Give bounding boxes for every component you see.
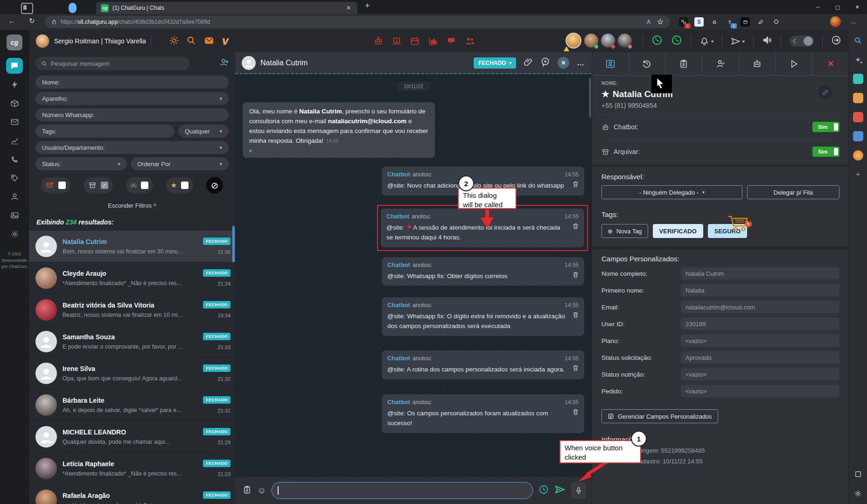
- extension-window-icon[interactable]: [741, 17, 750, 27]
- close-button[interactable]: ✕: [847, 0, 867, 14]
- broadcast-filter-toggle[interactable]: (A): [126, 177, 153, 193]
- campo-input[interactable]: <vazio>: [681, 368, 839, 380]
- unread-filter-toggle[interactable]: [41, 177, 70, 193]
- tab-assign[interactable]: [702, 52, 739, 75]
- rail-tags-icon[interactable]: [6, 170, 23, 186]
- tab-run-flow[interactable]: [776, 52, 813, 75]
- message-menu-caret[interactable]: ▾: [249, 147, 428, 155]
- v-logo[interactable]: V: [222, 36, 228, 47]
- dark-mode-toggle[interactable]: ☾: [790, 35, 814, 47]
- checkbox[interactable]: [58, 182, 66, 189]
- read-aloud-icon[interactable]: A: [647, 19, 650, 25]
- filter-usuario-departamento[interactable]: Usuário/Departamento:▾: [35, 141, 229, 154]
- contact-avatar[interactable]: [242, 56, 256, 70]
- browser-menu-icon[interactable]: …: [850, 17, 857, 25]
- add-contact-icon[interactable]: [219, 57, 230, 70]
- voice-mic-icon[interactable]: [571, 482, 586, 499]
- archived-filter-toggle[interactable]: ✓: [84, 177, 113, 193]
- filter-status[interactable]: Status:▾: [35, 157, 127, 170]
- minimize-button[interactable]: ─: [808, 0, 828, 14]
- rail-chats-icon[interactable]: [6, 58, 23, 74]
- automation-gear-icon[interactable]: [169, 35, 179, 48]
- delegado-dropdown[interactable]: - Ninguém Delegado -▾: [601, 185, 742, 199]
- tab-history[interactable]: [629, 52, 666, 75]
- agent-avatar[interactable]: [601, 34, 615, 48]
- calendar-icon[interactable]: [410, 36, 420, 48]
- campo-input[interactable]: nataliacutrim@icloud.com: [681, 301, 839, 313]
- whatsapp-icon[interactable]: [651, 35, 663, 48]
- edge-app-icon[interactable]: [853, 150, 863, 161]
- chat-scrollbar[interactable]: [589, 78, 591, 118]
- campo-input[interactable]: Natalia: [681, 284, 839, 296]
- broadcast-send-icon[interactable]: ▾: [731, 36, 745, 46]
- filter-nome[interactable]: Nome:: [35, 76, 229, 89]
- quick-replies-icon[interactable]: [243, 485, 252, 496]
- checkbox[interactable]: [141, 182, 148, 189]
- browser-tab[interactable]: cg (1) ChatGuru | Chats ✕: [96, 2, 357, 14]
- search-input[interactable]: Pesquisar mensagem: [35, 57, 189, 70]
- extension-s-icon[interactable]: S: [694, 17, 704, 27]
- message-input[interactable]: [272, 482, 533, 499]
- blocked-filter-button[interactable]: ⊘: [206, 177, 223, 194]
- list-item[interactable]: Bárbara LeiteAh, e depois de salvar, dig…: [29, 389, 235, 421]
- campo-input[interactable]: Natalia Cutrim: [681, 267, 839, 280]
- attach-paperclip-icon[interactable]: [524, 57, 533, 69]
- edge-app-icon[interactable]: [853, 131, 863, 141]
- tab-close[interactable]: ✕: [812, 52, 849, 75]
- tab-chatbot[interactable]: [739, 52, 776, 75]
- extension-fi-icon[interactable]: fi1: [725, 17, 734, 27]
- reports-chart-icon[interactable]: [428, 36, 438, 48]
- delete-note-icon[interactable]: [572, 223, 579, 231]
- whatsapp-icon-2[interactable]: [671, 35, 682, 48]
- rail-settings-icon[interactable]: [6, 226, 23, 242]
- gerenciar-campos-button[interactable]: Gerenciar Campos Personalizados: [601, 409, 718, 423]
- tab-notes[interactable]: [665, 52, 702, 75]
- rail-flows-icon[interactable]: [6, 77, 23, 92]
- edge-app-icon[interactable]: [853, 93, 863, 103]
- pinned-tab-indicator[interactable]: [69, 3, 77, 13]
- send-icon[interactable]: [554, 484, 566, 497]
- extension-qr-icon[interactable]: 2: [679, 17, 688, 27]
- copilot-icon[interactable]: ✦✦: [853, 55, 863, 65]
- list-item[interactable]: Natalia CutrimBom, nosso sistema vai fin…: [29, 231, 235, 262]
- filter-tags-mode[interactable]: Qualquer▾: [178, 125, 229, 138]
- sidebar-scrollbar[interactable]: [232, 226, 235, 262]
- notifications-bell-icon[interactable]: ▾: [699, 36, 713, 46]
- extensions-puzzle-icon[interactable]: [771, 17, 781, 27]
- sound-speaker-icon[interactable]: [762, 35, 772, 47]
- tab-contact-card[interactable]: [592, 52, 629, 75]
- chat-status-button[interactable]: FECHADO▾: [474, 57, 516, 69]
- screenshot-tool-icon[interactable]: [853, 469, 863, 479]
- chat-more-icon[interactable]: …: [577, 59, 585, 67]
- robot-icon[interactable]: [373, 36, 384, 48]
- search-chats-icon[interactable]: [186, 35, 196, 48]
- users-icon[interactable]: [464, 35, 475, 49]
- laptop-plus-icon[interactable]: [392, 36, 402, 48]
- address-bar[interactable]: https://s8.chatguru.app/chats#636d3b1dc0…: [45, 16, 670, 28]
- maximize-button[interactable]: ▢: [828, 0, 847, 14]
- list-item[interactable]: Irene SilvaOpa, que bom que conseguiu! A…: [29, 357, 235, 389]
- campo-input[interactable]: <vazio>: [681, 385, 839, 397]
- back-button[interactable]: ←: [8, 17, 15, 25]
- logout-icon[interactable]: [831, 35, 841, 47]
- rail-mail-icon[interactable]: [6, 114, 23, 130]
- filter-numero-whatsapp[interactable]: Número Whatsapp:: [35, 108, 229, 121]
- filter-tags[interactable]: Tags:: [35, 125, 175, 138]
- list-item[interactable]: Letícia Raphaele*Atendimento finalizado*…: [29, 453, 235, 484]
- agent-avatar[interactable]: [584, 34, 598, 48]
- tag-chip[interactable]: VERIFICADO: [653, 224, 703, 238]
- favorite-star[interactable]: ★: [601, 89, 609, 99]
- new-note-icon[interactable]: [540, 57, 550, 69]
- list-item[interactable]: Beatriz vitória da Silva VitoriaBeatriz,…: [29, 294, 235, 326]
- edge-app-icon[interactable]: [853, 74, 863, 84]
- list-item[interactable]: MICHELE LEANDROQualquer dúvida, pode me …: [29, 421, 235, 453]
- emoji-icon[interactable]: ☺: [257, 485, 266, 496]
- delete-note-icon[interactable]: [572, 311, 579, 320]
- close-chat-icon[interactable]: ✕: [558, 57, 569, 69]
- starred-filter-toggle[interactable]: ★: [166, 177, 193, 193]
- hide-filters-button[interactable]: Esconder Filtros ^: [29, 198, 235, 214]
- inbox-icon[interactable]: [446, 36, 456, 48]
- campo-input[interactable]: Aprovado: [681, 351, 839, 364]
- new-tab-button[interactable]: +: [365, 1, 370, 11]
- delete-note-icon[interactable]: [572, 408, 579, 417]
